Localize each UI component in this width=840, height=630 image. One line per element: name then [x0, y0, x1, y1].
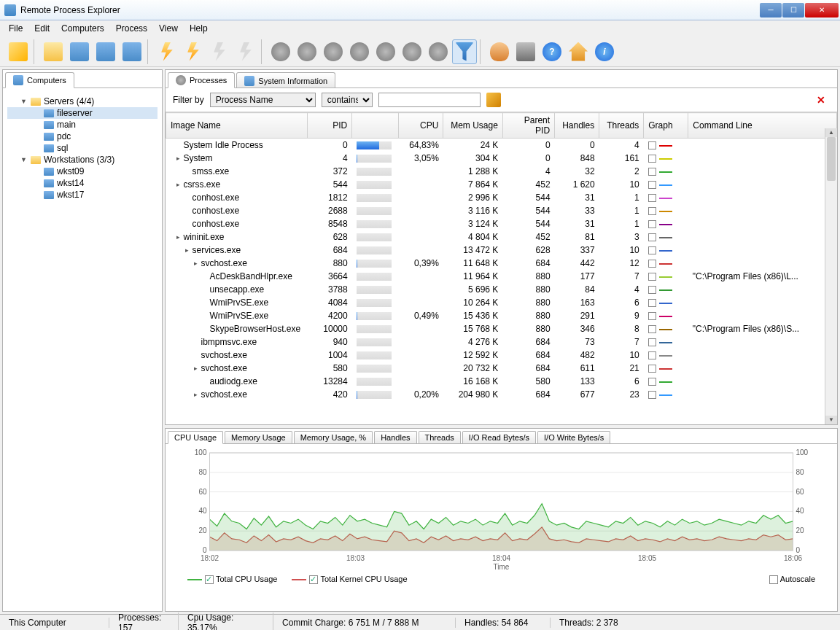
chart-tab[interactable]: CPU Usage — [168, 431, 223, 444]
help-button[interactable]: ? — [540, 39, 564, 64]
broom-icon[interactable] — [486, 93, 501, 107]
autoscale-label: Autoscale — [780, 575, 815, 583]
gear-down-button[interactable] — [347, 39, 372, 64]
svg-text:18:05: 18:05 — [638, 554, 656, 562]
chart-tab[interactable]: Handles — [374, 431, 416, 444]
legend-chk-total[interactable] — [205, 575, 214, 584]
minimize-button[interactable]: ─ — [760, 3, 782, 18]
process-row[interactable]: ▸wininit.exe6284 804 K452813 — [166, 230, 837, 244]
tab-processes[interactable]: Processes — [168, 72, 235, 88]
legend-chk-kernel[interactable] — [309, 575, 318, 584]
remove-computer-button[interactable] — [120, 39, 144, 64]
svg-text:60: 60 — [198, 488, 207, 496]
tree-item[interactable]: wkst09 — [7, 166, 158, 177]
autoscale-checkbox[interactable] — [769, 575, 778, 584]
process-row[interactable]: conhost.exe18122 996 K544311 — [166, 191, 837, 204]
user-key-button[interactable] — [487, 39, 512, 64]
gear-add-button[interactable] — [268, 39, 293, 64]
chart-tab[interactable]: I/O Read Bytes/s — [462, 431, 536, 444]
filter-close-button[interactable]: ✕ — [812, 94, 830, 106]
process-row[interactable]: ▸csrss.exe5447 864 K4521 62010 — [166, 178, 837, 191]
process-row[interactable]: conhost.exe26883 116 K544331 — [166, 204, 837, 217]
tree-item[interactable]: pdc — [7, 131, 158, 142]
scroll-up-icon[interactable]: ▲ — [825, 128, 837, 137]
process-row[interactable]: SkypeBrowserHost.exe1000015 768 K8803468… — [166, 322, 837, 335]
col-header[interactable]: Image Name — [166, 113, 308, 139]
gear-stop-button[interactable] — [321, 39, 346, 64]
gear-play-button[interactable] — [295, 39, 319, 64]
tree-item[interactable]: wkst14 — [7, 177, 158, 189]
menu-view[interactable]: View — [153, 21, 184, 36]
wizard-button[interactable] — [6, 39, 31, 64]
filter-field-select[interactable]: Process Name — [210, 93, 316, 107]
process-row[interactable]: svchost.exe100412 592 K68448210 — [166, 349, 837, 362]
process-row[interactable]: ▸svchost.exe8800,39%11 648 K68444212 — [166, 257, 837, 270]
menu-process[interactable]: Process — [110, 21, 153, 36]
col-header[interactable]: CPU — [399, 113, 443, 139]
process-table[interactable]: Image NamePIDCPUMem UsageParent PIDHandl… — [166, 112, 837, 401]
add-computer-button[interactable] — [67, 39, 92, 64]
chart-tab[interactable]: Threads — [419, 431, 461, 444]
gear-net-button[interactable] — [426, 39, 451, 64]
comp-icon — [44, 133, 54, 141]
chart-tab[interactable]: Memory Usage — [225, 431, 292, 444]
edit-computer-button[interactable] — [93, 39, 118, 64]
col-header[interactable]: PID — [308, 113, 352, 139]
close-button[interactable]: ✕ — [805, 3, 839, 18]
maximize-button[interactable]: ☐ — [782, 3, 804, 18]
tab-system-info[interactable]: System Information — [236, 72, 335, 88]
col-header[interactable]: Parent PID — [502, 113, 554, 139]
tree-item[interactable]: wkst17 — [7, 189, 158, 201]
menu-edit[interactable]: Edit — [28, 21, 55, 36]
process-row[interactable]: smss.exe3721 288 K4322 — [166, 165, 837, 178]
settings-wrench-button[interactable] — [513, 39, 538, 64]
process-row[interactable]: ▸services.exe68413 472 K62833710 — [166, 244, 837, 257]
tree-item[interactable]: fileserver — [7, 107, 158, 119]
filter-value-input[interactable] — [378, 93, 481, 107]
chart-tab[interactable]: I/O Write Bytes/s — [537, 431, 610, 444]
menu-computers[interactable]: Computers — [55, 21, 110, 36]
process-row[interactable]: conhost.exe85483 124 K544311 — [166, 217, 837, 230]
gear-web-button[interactable] — [400, 39, 424, 64]
col-header[interactable]: Command Line — [688, 113, 837, 139]
tree-item[interactable]: ▼Servers (4/4) — [7, 96, 158, 107]
process-row[interactable]: ▸System43,05%304 K0848161 — [166, 152, 837, 165]
col-header[interactable]: Threads — [599, 113, 644, 139]
table-scrollbar[interactable]: ▲ ▼ — [825, 128, 837, 424]
col-header[interactable]: Graph — [644, 113, 688, 139]
home-button[interactable] — [566, 39, 591, 64]
bolt-button[interactable] — [155, 39, 179, 64]
folder-icon — [31, 98, 41, 106]
process-row[interactable]: ▸svchost.exe58020 732 K68461121 — [166, 362, 837, 375]
open-folder-button[interactable] — [41, 39, 66, 64]
computers-panel: Computers ▼Servers (4/4)fileservermainpd… — [2, 69, 163, 612]
process-row[interactable]: ▸svchost.exe4200,20%204 980 K68467723 — [166, 388, 837, 401]
bolt-user-button[interactable] — [181, 39, 206, 64]
about-button[interactable]: i — [592, 39, 617, 64]
process-row[interactable]: AcDeskBandHlpr.exe366411 964 K8801777"C:… — [166, 270, 837, 283]
scroll-down-icon[interactable]: ▼ — [825, 416, 837, 424]
tab-computers[interactable]: Computers — [5, 72, 74, 88]
process-row[interactable]: audiodg.exe1328416 168 K5801336 — [166, 375, 837, 388]
menu-file[interactable]: File — [3, 21, 28, 36]
filter-funnel-button[interactable] — [452, 39, 477, 64]
filter-op-select[interactable]: contains — [322, 93, 373, 107]
menu-help[interactable]: Help — [184, 21, 214, 36]
scroll-thumb[interactable] — [827, 137, 836, 181]
svg-text:0: 0 — [203, 546, 207, 554]
chart-tab[interactable]: Memory Usage, % — [294, 431, 373, 444]
tree-item[interactable]: main — [7, 119, 158, 131]
process-row[interactable]: WmiPrvSE.exe42000,49%15 436 K8802919 — [166, 309, 837, 322]
process-row[interactable]: ibmpmsvc.exe9404 276 K684737 — [166, 335, 837, 349]
gear-search-button[interactable] — [373, 39, 398, 64]
col-header[interactable] — [352, 113, 399, 139]
process-row[interactable]: unsecapp.exe37885 696 K880844 — [166, 283, 837, 296]
computers-tree[interactable]: ▼Servers (4/4)fileservermainpdcsql▼Works… — [6, 91, 159, 205]
tree-item[interactable]: ▼Workstations (3/3) — [7, 154, 158, 166]
comp-icon — [44, 144, 54, 152]
process-row[interactable]: System Idle Process064,83%24 K004 — [166, 139, 837, 152]
col-header[interactable]: Mem Usage — [443, 113, 502, 139]
tree-item[interactable]: sql — [7, 142, 158, 154]
process-row[interactable]: WmiPrvSE.exe408410 264 K8801636 — [166, 296, 837, 309]
col-header[interactable]: Handles — [555, 113, 599, 139]
